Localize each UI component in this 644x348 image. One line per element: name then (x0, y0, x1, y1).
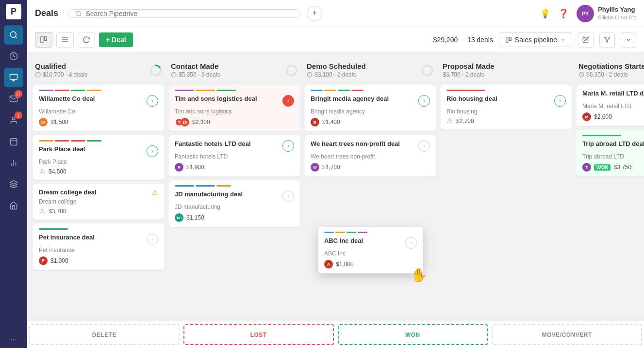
drop-zone-lost[interactable]: LOST (183, 324, 334, 345)
sidebar-item-activities[interactable] (4, 47, 23, 66)
card-bringit[interactable]: Bringit media agency deal › Bringit medi… (305, 85, 436, 131)
lightbulb-icon[interactable]: 💡 (540, 8, 550, 19)
card-fantastic-hotels[interactable]: Fantastic hotels LTD deal › Fantastic ho… (169, 135, 300, 176)
card-we-heart-trees[interactable]: We heart trees non-profit deal › We hear… (305, 135, 436, 176)
card-park-place[interactable]: Park Place deal › Park Place $4,500 (33, 135, 164, 180)
column-title-contact-made: Contact Made (171, 62, 220, 70)
card-abc-inc-floating[interactable]: ABC Inc deal › ABC Inc A $1,000 (318, 227, 423, 273)
card-title: Dream college deal (39, 189, 152, 197)
card-willamette[interactable]: Willamette Co deal › Willamette Co W $1,… (33, 85, 164, 131)
sidebar-more[interactable]: ··· (10, 335, 17, 344)
color-bar (175, 185, 294, 187)
svg-point-14 (76, 11, 81, 15)
card-amount: $2,600 (594, 113, 612, 120)
card-trip-abroad[interactable]: Trip abroad LTD deal › Trip abroad LTD T… (577, 130, 644, 176)
sidebar-item-contacts[interactable]: 1 (4, 111, 23, 130)
svg-point-33 (287, 65, 297, 75)
card-title: Bringit media agency deal (311, 95, 418, 103)
more-options-button[interactable] (621, 32, 636, 47)
add-deal-button[interactable]: + Deal (99, 32, 133, 47)
color-bar (446, 90, 566, 91)
card-company: Willamette Co (39, 108, 158, 115)
user-name: Phyllis Yang (598, 6, 636, 14)
card-nav-button[interactable]: › (282, 140, 294, 152)
card-jd-manufacturing[interactable]: JD manufacturing deal › JD manufacturing… (169, 180, 300, 227)
card-avatar: T (582, 163, 591, 172)
card-footer: W $1,500 (39, 118, 158, 127)
multi-avatar: T 3D (175, 118, 189, 127)
kanban-view-button[interactable] (35, 32, 52, 47)
card-avatar: P (39, 256, 48, 265)
card-nav-button[interactable]: › (418, 140, 430, 152)
refresh-view-button[interactable] (78, 32, 95, 47)
card-nav-button[interactable]: › (147, 234, 158, 245)
drop-zone-delete[interactable]: DELETE (29, 324, 180, 345)
card-header: Bringit media agency deal › (311, 95, 430, 107)
card-nav-button[interactable]: › (147, 145, 158, 157)
sidebar-item-deals[interactable] (4, 68, 23, 87)
color-dot (55, 90, 69, 91)
card-company: Trip abroad LTD (582, 153, 644, 160)
color-dot (196, 90, 215, 91)
card-nav-button[interactable]: › (282, 95, 294, 107)
card-header: Willamette Co deal › (39, 95, 158, 107)
color-bar (582, 135, 644, 136)
color-dot (351, 90, 363, 91)
drop-zone-won[interactable]: WON (338, 324, 488, 345)
card-maria-retail[interactable]: Maria M. retail LTD deal › Maria M. reta… (577, 85, 644, 126)
card-amount: $1,900 (186, 164, 204, 171)
color-dot (87, 90, 101, 91)
sidebar-item-mail[interactable]: 27 (4, 89, 23, 109)
column-header-contact-made: Contact Made $5,350 · 3 deals (169, 58, 300, 82)
main-content: Deals + 💡 ❓ PY Phyllis Yang Silicon Link… (27, 0, 644, 348)
help-icon[interactable]: ❓ (558, 8, 569, 19)
card-footer: $2,700 (446, 118, 566, 125)
color-dot (324, 90, 336, 91)
sidebar-item-search[interactable] (4, 25, 23, 45)
pipeline-selector[interactable]: Sales pipeline (499, 32, 572, 47)
card-header: Pet insurance deal › (39, 234, 158, 245)
mail-badge: 27 (15, 90, 22, 98)
card-tim-sons[interactable]: Tim and sons logistics deal › Tim and so… (169, 85, 300, 131)
card-nav-button[interactable]: › (405, 237, 417, 249)
progress-ring-qualified (149, 64, 162, 77)
svg-rect-2 (10, 74, 17, 79)
card-nav-button[interactable]: › (418, 95, 430, 107)
card-nav-button[interactable]: › (282, 190, 294, 202)
drop-zone-move[interactable]: MOVE/CONVERT (492, 324, 642, 345)
card-nav-button[interactable]: › (147, 95, 158, 107)
card-avatar: B (311, 118, 319, 127)
card-pet-insurance[interactable]: Pet insurance deal › Pet insurance P $1,… (33, 223, 164, 270)
column-header-negotiations: Negotiations Started $6,350 · 2 deals (577, 58, 644, 82)
color-dot (71, 140, 85, 142)
person-icon (39, 168, 46, 175)
card-nav-button[interactable]: › (554, 95, 566, 107)
list-view-button[interactable] (56, 32, 74, 47)
card-header: Park Place deal › (39, 145, 158, 157)
color-dot (216, 185, 231, 187)
contacts-badge: 1 (15, 111, 22, 119)
search-bar (68, 9, 301, 18)
sidebar-item-calendar[interactable] (4, 132, 23, 151)
card-amount: $3,700 (49, 208, 66, 215)
color-dot (216, 90, 236, 91)
user-avatar[interactable]: PY (577, 5, 594, 22)
sidebar-item-products[interactable] (4, 174, 23, 194)
won-badge: WON (594, 164, 611, 171)
app-logo[interactable]: P (6, 4, 21, 19)
card-rio-housing[interactable]: Rio housing deal › Rio housing $2,700 (441, 85, 572, 129)
sidebar-item-reports[interactable] (4, 153, 23, 173)
search-input[interactable] (85, 10, 294, 17)
card-header: ABC Inc deal › (324, 237, 417, 249)
card-dream-college[interactable]: Dream college deal ⚠ Dream college $3,70… (33, 184, 164, 220)
svg-marker-22 (604, 37, 610, 42)
card-amount: $1,700 (322, 164, 340, 171)
column-header-qualified: Qualified $10,700 · 4 deals (33, 58, 164, 82)
global-add-button[interactable]: + (307, 6, 322, 21)
column-header-proposal: Proposal Made $3,700 · 2 deals (441, 58, 572, 82)
card-title: Rio housing deal (446, 95, 554, 103)
filter-button[interactable] (599, 32, 615, 47)
svg-rect-6 (10, 139, 17, 145)
edit-button[interactable] (578, 32, 594, 47)
sidebar-item-marketplace[interactable] (4, 196, 23, 215)
